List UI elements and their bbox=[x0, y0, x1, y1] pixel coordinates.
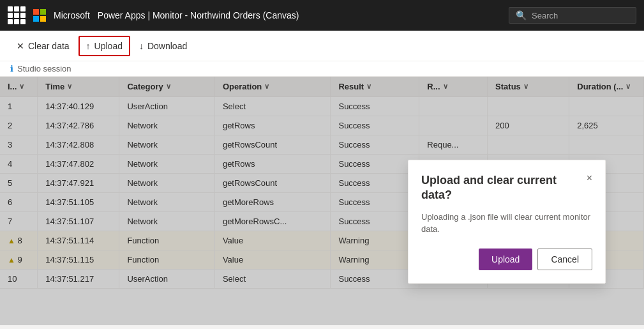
toolbar: ✕ Clear data ↑ Upload ↓ Download bbox=[0, 31, 644, 61]
search-icon: 🔍 bbox=[516, 10, 527, 20]
modal-upload-button[interactable]: Upload bbox=[479, 249, 532, 270]
upload-dialog: Upload and clear current data? × Uploadi… bbox=[408, 160, 606, 284]
download-label: Download bbox=[147, 41, 187, 51]
modal-header: Upload and clear current data? × bbox=[421, 173, 592, 203]
data-table-container: I... ∨ Time ∨ Category ∨ bbox=[0, 77, 644, 325]
upload-icon: ↑ bbox=[86, 41, 91, 51]
modal-body: Uploading a .json file will clear curren… bbox=[421, 211, 592, 236]
modal-footer: Upload Cancel bbox=[421, 249, 592, 270]
brand-name: Microsoft bbox=[54, 10, 90, 20]
search-placeholder-text: Search bbox=[532, 11, 558, 20]
upload-label: Upload bbox=[94, 41, 123, 51]
modal-title: Upload and clear current data? bbox=[421, 173, 581, 203]
studio-session-label: Studio session bbox=[17, 64, 71, 73]
search-box[interactable]: 🔍 Search bbox=[509, 7, 636, 24]
download-icon: ↓ bbox=[139, 41, 144, 51]
modal-close-button[interactable]: × bbox=[581, 173, 592, 183]
app-title: Power Apps | Monitor - Northwind Orders … bbox=[98, 10, 299, 20]
microsoft-logo bbox=[33, 9, 46, 22]
clear-icon: ✕ bbox=[17, 41, 24, 51]
download-button[interactable]: ↓ Download bbox=[133, 37, 193, 55]
info-icon: ℹ bbox=[10, 64, 13, 73]
top-navigation: Microsoft Power Apps | Monitor - Northwi… bbox=[0, 0, 644, 31]
upload-button[interactable]: ↑ Upload bbox=[79, 36, 130, 56]
clear-data-label: Clear data bbox=[28, 41, 70, 51]
modal-overlay: Upload and clear current data? × Uploadi… bbox=[0, 77, 644, 325]
clear-data-button[interactable]: ✕ Clear data bbox=[10, 37, 76, 55]
studio-session-row: ℹ Studio session bbox=[0, 61, 644, 77]
modal-cancel-button[interactable]: Cancel bbox=[537, 249, 592, 270]
waffle-menu[interactable] bbox=[8, 6, 26, 24]
